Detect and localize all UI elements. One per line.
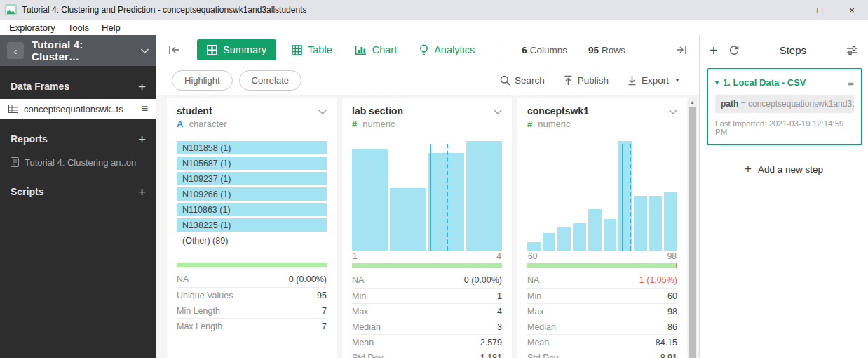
menu-tools[interactable]: Tools: [62, 22, 95, 33]
stat-row: Max4: [352, 303, 502, 319]
expand-right-icon[interactable]: [672, 42, 690, 58]
stats-table: NA0 (0.00%) Min1 Max4 Median3 Mean2.579 …: [352, 272, 502, 358]
stats-table: NA1 (1.05%) Min60 Max98 Median86 Mean84.…: [527, 272, 677, 358]
numeric-type-icon: #: [527, 119, 532, 129]
project-title[interactable]: Tutorial 4: Cluster…: [32, 39, 134, 62]
value-list: N101858 (1) N105687 (1) N109237 (1) N109…: [177, 141, 327, 247]
menu-help[interactable]: Help: [95, 22, 127, 33]
publish-button[interactable]: Publish: [563, 75, 609, 86]
stat-row: Max98: [527, 303, 677, 319]
highlight-button[interactable]: Highlight: [172, 70, 233, 91]
x-axis-labels: 60 98: [527, 251, 677, 262]
collapse-left-icon[interactable]: [165, 42, 183, 58]
tab-summary[interactable]: Summary: [197, 39, 276, 60]
column-card-student: student A character N101858 (1) N105687 …: [167, 98, 337, 358]
stat-row: Median3: [352, 319, 502, 334]
filter-sliders-icon[interactable]: [846, 46, 858, 55]
value-bar[interactable]: N109237 (1): [177, 172, 327, 185]
value-bar[interactable]: N138225 (1): [177, 218, 327, 232]
plus-icon: +: [745, 162, 752, 176]
column-title: conceptswk1: [527, 105, 677, 117]
add-new-step-button[interactable]: + Add a new step: [700, 162, 868, 176]
chevron-down-icon[interactable]: [668, 109, 678, 115]
tab-table[interactable]: Table: [285, 39, 339, 60]
numeric-type-icon: #: [352, 119, 357, 129]
maximize-button[interactable]: □: [803, 0, 836, 20]
window-controls: – □ ×: [771, 0, 868, 20]
minimize-button[interactable]: –: [771, 0, 803, 20]
histogram-bar[interactable]: [664, 192, 677, 251]
sidebar-item-report[interactable]: Tutorial 4: Clustering an..on: [0, 153, 156, 171]
report-name: Tutorial 4: Clustering an..on: [25, 157, 136, 168]
window-titlebar: Tutorial 4: Clustering and Prediction - …: [0, 0, 868, 20]
refresh-icon[interactable]: [728, 45, 740, 55]
tab-analytics-label: Analytics: [434, 44, 475, 55]
publish-upload-icon: [563, 75, 574, 86]
chevron-down-icon[interactable]: [140, 48, 149, 54]
step-card-local-data[interactable]: ▾ 1. Local Data - CSV ≡ path = conceptse…: [707, 68, 862, 145]
dataframe-name: conceptsequationswk..ts: [24, 104, 123, 114]
project-header: ‹ Tutorial 4: Cluster…: [0, 35, 156, 66]
triangle-down-icon[interactable]: ▾: [715, 79, 719, 86]
vertical-scrollbar[interactable]: ▲: [688, 97, 697, 358]
menu-exploratory[interactable]: Exploratory: [3, 22, 62, 33]
steps-header: + Steps: [700, 35, 868, 65]
sidebar-item-dataframe[interactable]: conceptsequationswk..ts ≡: [0, 99, 156, 119]
add-report-button[interactable]: +: [138, 133, 146, 146]
export-button[interactable]: Export ▼: [627, 75, 680, 86]
valid-data-bar: [177, 263, 327, 267]
rows-count: 95Rows: [588, 45, 625, 55]
exploratory-logo-icon: [5, 4, 17, 15]
close-button[interactable]: ×: [836, 0, 868, 20]
histogram-bar[interactable]: [573, 223, 586, 251]
histogram-bar[interactable]: [352, 149, 388, 251]
data-frames-section: Data Frames +: [0, 78, 156, 95]
value-bar[interactable]: N105687 (1): [177, 157, 327, 170]
value-bar[interactable]: N109266 (1): [177, 187, 327, 201]
column-type: A character: [177, 119, 327, 129]
value-bar[interactable]: N110863 (1): [177, 203, 327, 216]
histogram-bar[interactable]: [527, 242, 541, 251]
tab-chart[interactable]: Chart: [348, 39, 404, 60]
dataframe-menu-icon[interactable]: ≡: [142, 102, 148, 115]
histogram-bar[interactable]: [543, 233, 556, 251]
histogram-bar[interactable]: [634, 196, 647, 251]
histogram-bar[interactable]: [466, 141, 502, 251]
histogram-bar[interactable]: [390, 188, 426, 251]
search-button[interactable]: Search: [500, 75, 545, 86]
valid-data-bar: [527, 263, 677, 268]
scrollbar-thumb[interactable]: [689, 107, 696, 358]
histogram-bar[interactable]: [588, 209, 602, 251]
median-line: [630, 144, 631, 251]
columns-count: 6Columns: [522, 45, 567, 55]
add-script-button[interactable]: +: [138, 185, 146, 199]
lab-section-histogram: [352, 141, 502, 251]
card-body: 1 4 NA0 (0.00%) Min1 Max4 Median3 Mean2.…: [342, 135, 512, 358]
add-step-icon[interactable]: +: [710, 44, 718, 58]
step-menu-icon[interactable]: ≡: [848, 77, 854, 88]
character-type-icon: A: [177, 119, 183, 129]
column-title: student: [177, 105, 327, 117]
step-header[interactable]: ▾ 1. Local Data - CSV ≡: [715, 77, 854, 88]
correlate-button[interactable]: Correlate: [239, 70, 301, 91]
mean-line: [622, 144, 623, 251]
histogram-bar[interactable]: [557, 227, 571, 251]
tab-analytics[interactable]: Analytics: [412, 39, 482, 60]
histogram-bar[interactable]: [604, 219, 617, 251]
chevron-down-icon[interactable]: [318, 109, 327, 115]
steps-title: Steps: [740, 44, 846, 56]
lightbulb-icon: [419, 44, 428, 55]
window-title: Tutorial 4: Clustering and Prediction - …: [22, 5, 306, 15]
step-path-pill[interactable]: path = conceptsequationswk1and3…: [715, 95, 854, 113]
main-area: Summary Table Chart Analytics 6Columns 9…: [156, 35, 699, 358]
value-bar[interactable]: N101858 (1): [177, 141, 327, 154]
back-button[interactable]: ‹: [7, 42, 24, 59]
stat-row: Min1: [352, 288, 502, 303]
caret-down-icon: ▼: [674, 77, 680, 84]
chevron-down-icon[interactable]: [493, 109, 503, 115]
histogram-bar[interactable]: [649, 196, 663, 251]
scrollbar-up-arrow[interactable]: ▲: [688, 97, 697, 107]
tab-summary-label: Summary: [223, 44, 266, 55]
actions-toolbar: Highlight Correlate Search Publish Expor…: [156, 65, 699, 95]
add-data-frame-button[interactable]: +: [138, 80, 146, 93]
